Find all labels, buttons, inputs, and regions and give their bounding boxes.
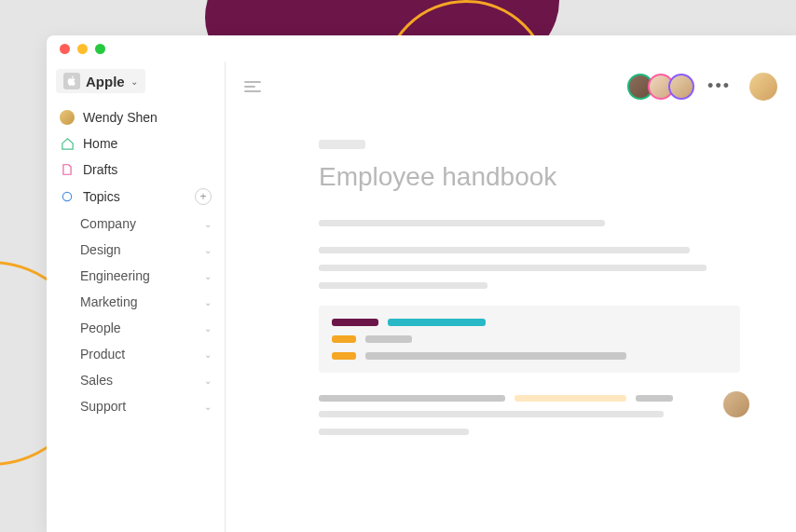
app-window: Apple ⌄ Wendy Shen Home Drafts (47, 35, 796, 532)
topic-item-engineering[interactable]: Engineering ⌄ (80, 263, 215, 289)
chevron-down-icon: ⌄ (204, 375, 212, 386)
topic-item-marketing[interactable]: Marketing ⌄ (80, 289, 215, 315)
placeholder-line (365, 335, 412, 343)
chevron-down-icon: ⌄ (130, 76, 138, 87)
topics-icon (60, 189, 75, 204)
avatar (60, 110, 75, 125)
user-profile-link[interactable]: Wendy Shen (56, 104, 215, 130)
highlight-chip (515, 395, 626, 402)
highlight-chip (332, 352, 356, 360)
placeholder-line (319, 140, 365, 149)
topbar: ••• (226, 61, 796, 112)
drafts-icon (60, 162, 75, 177)
placeholder-line (319, 395, 505, 402)
placeholder-line (319, 429, 469, 435)
svg-point-0 (62, 192, 71, 200)
chevron-down-icon: ⌄ (204, 297, 212, 307)
document-title[interactable]: Employee handbook (319, 162, 740, 192)
sidebar-item-drafts[interactable]: Drafts (56, 157, 215, 183)
topic-item-support[interactable]: Support ⌄ (80, 393, 215, 419)
highlight-chip (332, 335, 356, 343)
comment-author-avatar[interactable] (723, 391, 749, 417)
placeholder-line (319, 265, 707, 271)
highlight-chip (332, 319, 378, 326)
main-panel: ••• Employee handbook (226, 61, 796, 532)
placeholder-line (636, 395, 673, 402)
placeholder-line (319, 411, 664, 417)
topbar-right: ••• (627, 73, 777, 101)
chevron-down-icon: ⌄ (204, 402, 212, 412)
apple-logo-icon (63, 73, 80, 89)
topics-list: Company ⌄ Design ⌄ Engineering ⌄ Marketi… (56, 211, 215, 419)
minimize-icon[interactable] (77, 44, 88, 54)
workspace-switcher[interactable]: Apple ⌄ (56, 69, 145, 93)
topic-item-company[interactable]: Company ⌄ (80, 211, 215, 237)
placeholder-line (319, 247, 690, 253)
content-area: Apple ⌄ Wendy Shen Home Drafts (47, 61, 796, 532)
chevron-down-icon: ⌄ (204, 323, 212, 334)
presence-avatars[interactable] (627, 74, 694, 100)
user-name: Wendy Shen (83, 110, 212, 125)
sidebar: Apple ⌄ Wendy Shen Home Drafts (47, 61, 226, 532)
home-icon (60, 136, 75, 151)
callout-block (319, 306, 740, 373)
document-body: Employee handbook (226, 112, 796, 446)
chevron-down-icon: ⌄ (204, 271, 212, 281)
workspace-name: Apple (86, 74, 125, 89)
topic-item-design[interactable]: Design ⌄ (80, 237, 215, 263)
topic-item-product[interactable]: Product ⌄ (80, 341, 215, 367)
topic-item-people[interactable]: People ⌄ (80, 315, 215, 341)
menu-icon[interactable] (244, 81, 261, 92)
window-titlebar (47, 35, 796, 61)
maximize-icon[interactable] (95, 44, 105, 54)
close-icon[interactable] (60, 44, 70, 54)
collaborator-avatar[interactable] (668, 74, 694, 100)
current-user-avatar[interactable] (749, 73, 777, 101)
chevron-down-icon: ⌄ (204, 219, 212, 229)
sidebar-item-home[interactable]: Home (56, 130, 215, 157)
add-topic-button[interactable]: + (195, 188, 212, 205)
highlight-chip (388, 319, 486, 326)
placeholder-line (365, 352, 626, 360)
paragraph-with-comment (319, 395, 740, 435)
more-menu-button[interactable]: ••• (704, 76, 734, 96)
topic-item-sales[interactable]: Sales ⌄ (80, 367, 215, 393)
chevron-down-icon: ⌄ (204, 349, 212, 360)
sidebar-item-topics[interactable]: Topics + (56, 183, 215, 211)
placeholder-line (319, 282, 487, 289)
placeholder-line (319, 220, 605, 226)
chevron-down-icon: ⌄ (204, 245, 212, 255)
